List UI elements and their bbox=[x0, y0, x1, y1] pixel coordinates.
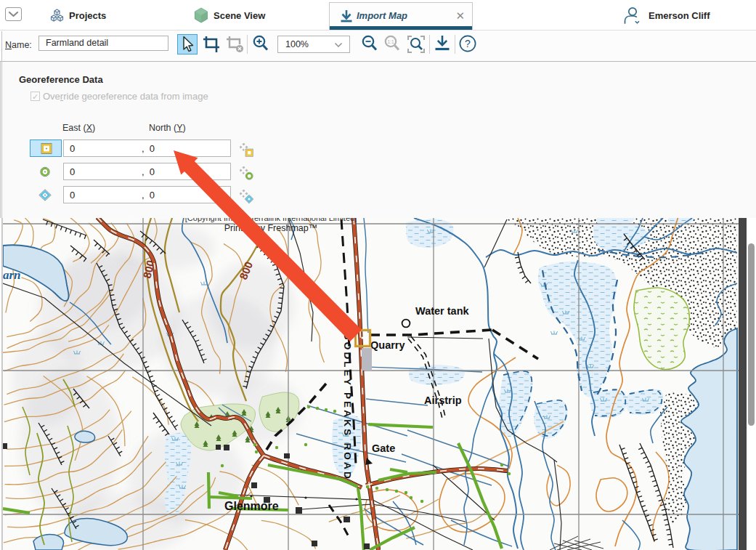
svg-text:Printed by Freshmap™: Printed by Freshmap™ bbox=[224, 223, 318, 233]
svg-text:arn: arn bbox=[3, 268, 21, 282]
svg-text:Gate: Gate bbox=[372, 442, 395, 454]
svg-text:Quarry: Quarry bbox=[370, 339, 405, 351]
svg-text:1:1: 1:1 bbox=[387, 39, 394, 44]
svg-text:Airstrip: Airstrip bbox=[424, 395, 462, 406]
svg-text:GODLEY PEAKS ROAD: GODLEY PEAKS ROAD bbox=[342, 332, 353, 481]
svg-text:[Copyright Image: Terralink In: [Copyright Image: Terralink Internationa… bbox=[185, 218, 357, 222]
svg-text:?: ? bbox=[465, 38, 471, 49]
svg-text:Water tank: Water tank bbox=[415, 305, 470, 317]
svg-text:Glenmore: Glenmore bbox=[224, 500, 279, 512]
